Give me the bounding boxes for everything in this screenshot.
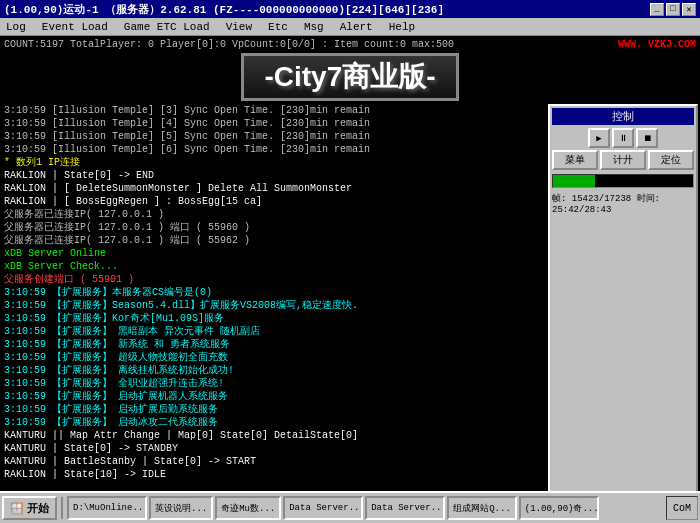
log-line-28: RAKLION | State[10] -> IDLE	[4, 468, 542, 481]
log-line-12: xDB Server Check...	[4, 260, 542, 273]
menu-event-load[interactable]: Event Load	[38, 20, 112, 34]
log-line-20: 3:10:59 【扩展服务】 离线挂机系统初始化成功!	[4, 364, 542, 377]
window-buttons[interactable]: _ □ ✕	[650, 3, 696, 16]
stop-button[interactable]: ⏹	[636, 128, 658, 148]
log-line-15: 3:10:59 【扩展服务】Season5.4.dll】扩展服务VS2008编写…	[4, 299, 542, 312]
taskbar: 🪟 开始 D:\MuOnline... 英设说明... 奇迹Mu数... Dat…	[0, 491, 700, 523]
start-button[interactable]: 🪟 开始	[2, 496, 57, 520]
log-line-18: 3:10:59 【扩展服务】 新系统 和 勇者系统服务	[4, 338, 542, 351]
menu-alert[interactable]: Alert	[336, 20, 377, 34]
menu-etc[interactable]: Etc	[264, 20, 292, 34]
log-line-21: 3:10:59 【扩展服务】 全职业超强升连击系统!	[4, 377, 542, 390]
status-count: COUNT:5197 TotalPlayer: 0 Player[0]:0 Vp…	[4, 39, 454, 50]
log-line-17: 3:10:59 【扩展服务】 黑暗副本 异次元事件 随机副店	[4, 325, 542, 338]
control-panel: 控制 ▶ ⏸ ⏹ 菜单 计廾 定位 帧: 15423/17238 时间: 25:…	[548, 104, 698, 521]
start-label: 开始	[27, 501, 49, 516]
menu-view[interactable]: View	[222, 20, 256, 34]
log-line-3: 3:10:59 [Illusion Temple] [6] Sync Open …	[4, 143, 542, 156]
title-bar: (1.00,90)运动-1 （服务器）2.62.81 (FZ----000000…	[0, 0, 700, 18]
panel-title: 控制	[552, 108, 694, 125]
menu-bar: Log Event Load Game ETC Load View Etc Ms…	[0, 18, 700, 36]
start-icon: 🪟	[10, 502, 24, 515]
menu-game-etc-load[interactable]: Game ETC Load	[120, 20, 214, 34]
menu-log[interactable]: Log	[2, 20, 30, 34]
close-button[interactable]: ✕	[682, 3, 696, 16]
log-line-24: 3:10:59 【扩展服务】 启动冰攻二代系统服务	[4, 416, 542, 429]
taskbar-item-7[interactable]: (1.00,90)奇...	[519, 496, 599, 520]
taskbar-item-5[interactable]: Data Server...	[365, 496, 445, 520]
control-buttons-row2: 菜单 计廾 定位	[552, 150, 694, 170]
log-line-26: KANTURU | State[0] -> STANDBY	[4, 442, 542, 455]
log-line-19: 3:10:59 【扩展服务】 超级人物技能初全面充数	[4, 351, 542, 364]
status-line: 帧: 15423/17238 时间: 25:42/28:43	[552, 192, 694, 215]
menu-button[interactable]: 菜单	[552, 150, 598, 170]
progress-bar	[552, 174, 694, 188]
log-line-11: xDB Server Online	[4, 247, 542, 260]
log-line-25: KANTURU || Map Attr Change | Map[0] Stat…	[4, 429, 542, 442]
locate-button[interactable]: 定位	[648, 150, 694, 170]
taskbar-item-4[interactable]: Data Server...	[283, 496, 363, 520]
maximize-button[interactable]: □	[666, 3, 680, 16]
log-line-6: RAKLION | [ DeleteSummonMonster ] Delete…	[4, 182, 542, 195]
taskbar-item-1[interactable]: D:\MuOnline...	[67, 496, 147, 520]
log-line-8: 父服务器已连接IP( 127.0.0.1 )	[4, 208, 542, 221]
window-title: (1.00,90)运动-1 （服务器）2.62.81 (FZ----000000…	[4, 2, 650, 17]
menu-msg[interactable]: Msg	[300, 20, 328, 34]
taskbar-item-2[interactable]: 英设说明...	[149, 496, 213, 520]
taskbar-item-3[interactable]: 奇迹Mu数...	[215, 496, 281, 520]
log-line-9: 父服务器已连接IP( 127.0.0.1 ) 端口 ( 55960 )	[4, 221, 542, 234]
log-line-2: 3:10:59 [Illusion Temple] [5] Sync Open …	[4, 130, 542, 143]
taskbar-separator	[61, 497, 63, 519]
log-line-0: 3:10:59 [Illusion Temple] [3] Sync Open …	[4, 104, 542, 117]
log-line-10: 父服务器已连接IP( 127.0.0.1 ) 端口 ( 55962 )	[4, 234, 542, 247]
server-title: -City7商业版-	[241, 53, 458, 101]
pause-button[interactable]: ⏸	[612, 128, 634, 148]
big-title-area: -City7商业版-	[0, 52, 700, 102]
log-line-14: 3:10:59 【扩展服务】本服务器CS编号是(0)	[4, 286, 542, 299]
log-line-5: RAKLION | State[0] -> END	[4, 169, 542, 182]
control-buttons-row1: ▶ ⏸ ⏹	[552, 128, 694, 148]
log-line-16: 3:10:59 【扩展服务】Kor奇术[Mu1.09S]服务	[4, 312, 542, 325]
log-line-1: 3:10:59 [Illusion Temple] [4] Sync Open …	[4, 117, 542, 130]
log-line-23: 3:10:59 【扩展服务】 启动扩展后勤系统服务	[4, 403, 542, 416]
count-button[interactable]: 计廾	[600, 150, 646, 170]
log-line-27: KANTURU | BattleStanby | State[0] -> STA…	[4, 455, 542, 468]
taskbar-item-6[interactable]: 组成网站Q...	[447, 496, 517, 520]
log-line-7: RAKLION | [ BossEggRegen ] : BossEgg[15 …	[4, 195, 542, 208]
progress-fill	[553, 175, 595, 187]
status-top: COUNT:5197 TotalPlayer: 0 Player[0]:0 Vp…	[0, 36, 700, 52]
log-line-13: 父服务创建端口 ( 55901 )	[4, 273, 542, 286]
main-area: 3:10:59 [Illusion Temple] [3] Sync Open …	[0, 102, 700, 523]
minimize-button[interactable]: _	[650, 3, 664, 16]
log-area: 3:10:59 [Illusion Temple] [3] Sync Open …	[0, 102, 546, 523]
play-button[interactable]: ▶	[588, 128, 610, 148]
log-line-4: * 数列1 IP连接	[4, 156, 542, 169]
log-line-22: 3:10:59 【扩展服务】 启动扩展机器人系统服务	[4, 390, 542, 403]
menu-help[interactable]: Help	[385, 20, 419, 34]
taskbar-clock: CoM	[666, 496, 698, 520]
website-label: WWW. VZKJ.COM	[618, 39, 696, 50]
